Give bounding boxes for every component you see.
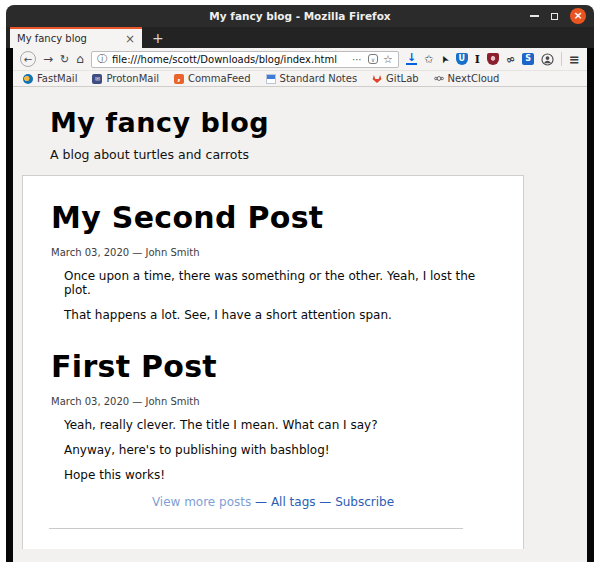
reload-button[interactable]: ↻ xyxy=(60,54,69,65)
tab-strip: My fancy blog × + xyxy=(6,27,594,48)
hamburger-menu-icon[interactable]: ≡ xyxy=(569,52,580,67)
bookmark-label: FastMail xyxy=(37,73,77,84)
tab-close-icon[interactable]: × xyxy=(125,33,135,45)
maximize-icon[interactable] xyxy=(551,13,558,20)
post-navigation: View more posts — All tags — Subscribe xyxy=(23,495,523,509)
post-paragraph: Yeah, really clever. The title I mean. W… xyxy=(64,418,495,432)
tab-title: My fancy blog xyxy=(17,33,121,44)
bookmark-label: CommaFeed xyxy=(188,73,251,84)
pocket-icon[interactable]: ∨ xyxy=(368,54,378,64)
post-title[interactable]: First Post xyxy=(51,349,495,384)
view-more-posts-link[interactable]: View more posts xyxy=(152,495,251,509)
all-tags-link[interactable]: All tags xyxy=(271,495,316,509)
bookmark-protonmail[interactable]: ✉ ProtonMail xyxy=(92,73,159,84)
bookmarks-toolbar: FastMail ✉ ProtonMail , CommaFeed Standa… xyxy=(13,70,587,87)
protonmail-favicon: ✉ xyxy=(92,74,102,84)
post-paragraph: Once upon a time, there was something or… xyxy=(64,269,495,297)
glasses-extension-icon[interactable]: ∞ xyxy=(504,51,517,66)
toolbar-separator xyxy=(561,52,562,66)
stamp-extension-icon[interactable]: ✩ xyxy=(424,54,433,65)
fastmail-favicon xyxy=(23,74,33,84)
post-meta: March 03, 2020 — John Smith xyxy=(51,247,495,258)
back-button[interactable]: ← xyxy=(20,51,36,67)
post-paragraph: That happens a lot. See, I have a short … xyxy=(64,308,495,322)
post-paragraph: Hope this works! xyxy=(64,468,495,482)
nav-separator: — xyxy=(316,495,336,509)
post-title[interactable]: My Second Post xyxy=(51,200,495,235)
downloads-icon[interactable]: ↓ xyxy=(406,53,417,65)
firefox-window: My fancy blog - Mozilla Firefox × My fan… xyxy=(6,5,594,556)
minimize-icon[interactable] xyxy=(530,15,539,17)
ublock-shield-icon[interactable]: U xyxy=(456,53,468,65)
close-icon[interactable]: × xyxy=(570,8,586,24)
window-titlebar[interactable]: My fancy blog - Mozilla Firefox × xyxy=(6,5,594,27)
url-bar[interactable]: ⓘ file:///home/scott/Downloads/blog/inde… xyxy=(91,51,399,68)
post-my-second-post: My Second Post March 03, 2020 — John Smi… xyxy=(23,200,523,322)
letter-i-extension-icon[interactable]: I xyxy=(475,53,480,66)
url-input[interactable]: file:///home/scott/Downloads/blog/index.… xyxy=(112,54,347,65)
site-header: My fancy blog A blog about turtles and c… xyxy=(13,87,587,162)
post-meta: March 03, 2020 — John Smith xyxy=(51,396,495,407)
new-tab-button[interactable]: + xyxy=(142,27,174,48)
commafeed-favicon: , xyxy=(174,74,184,84)
window-title: My fancy blog - Mozilla Firefox xyxy=(209,10,390,22)
blue-s-extension-icon[interactable]: S xyxy=(522,53,534,65)
navigation-toolbar: ← → ↻ ⌂ ⓘ file:///home/scott/Downloads/b… xyxy=(13,48,587,70)
window-body: ← → ↻ ⌂ ⓘ file:///home/scott/Downloads/b… xyxy=(6,48,594,562)
cursor-extension-icon[interactable]: ➤ xyxy=(438,53,452,65)
nav-separator: — xyxy=(251,495,271,509)
page-footer: CC by-nc-nd John Smith — john@smith.com … xyxy=(23,534,523,549)
account-icon[interactable] xyxy=(541,53,554,66)
site-info-icon[interactable]: ⓘ xyxy=(97,52,107,66)
post-paragraph: Anyway, here's to publishing with bashbl… xyxy=(64,443,495,457)
standard-notes-favicon xyxy=(266,74,276,84)
subscribe-link[interactable]: Subscribe xyxy=(335,495,394,509)
page-viewport: My fancy blog A blog about turtles and c… xyxy=(13,87,587,549)
post-first-post: First Post March 03, 2020 — John Smith Y… xyxy=(23,349,523,482)
red-shield-extension-icon[interactable] xyxy=(487,53,499,65)
bookmark-gitlab[interactable]: GitLab xyxy=(372,73,419,84)
bookmark-nextcloud[interactable]: NextCloud xyxy=(434,73,500,84)
bookmark-commafeed[interactable]: , CommaFeed xyxy=(174,73,251,84)
bookmark-label: NextCloud xyxy=(448,73,500,84)
forward-button[interactable]: → xyxy=(43,53,53,65)
home-button[interactable]: ⌂ xyxy=(76,53,84,65)
bookmark-label: ProtonMail xyxy=(106,73,159,84)
tab-my-fancy-blog[interactable]: My fancy blog × xyxy=(10,27,142,48)
bookmark-fastmail[interactable]: FastMail xyxy=(23,73,77,84)
bookmark-label: Standard Notes xyxy=(280,73,358,84)
bookmark-label: GitLab xyxy=(386,73,419,84)
footer-divider xyxy=(49,528,463,529)
site-title[interactable]: My fancy blog xyxy=(50,107,587,138)
nextcloud-favicon xyxy=(434,74,444,84)
bookmark-standard-notes[interactable]: Standard Notes xyxy=(266,73,358,84)
posts-container: My Second Post March 03, 2020 — John Smi… xyxy=(22,175,524,549)
window-controls: × xyxy=(530,5,586,27)
bookmark-star-icon[interactable]: ☆ xyxy=(383,53,393,66)
gitlab-favicon xyxy=(372,74,382,84)
page-actions-icon[interactable]: ⋯ xyxy=(352,54,363,65)
site-subtitle: A blog about turtles and carrots xyxy=(50,147,587,162)
